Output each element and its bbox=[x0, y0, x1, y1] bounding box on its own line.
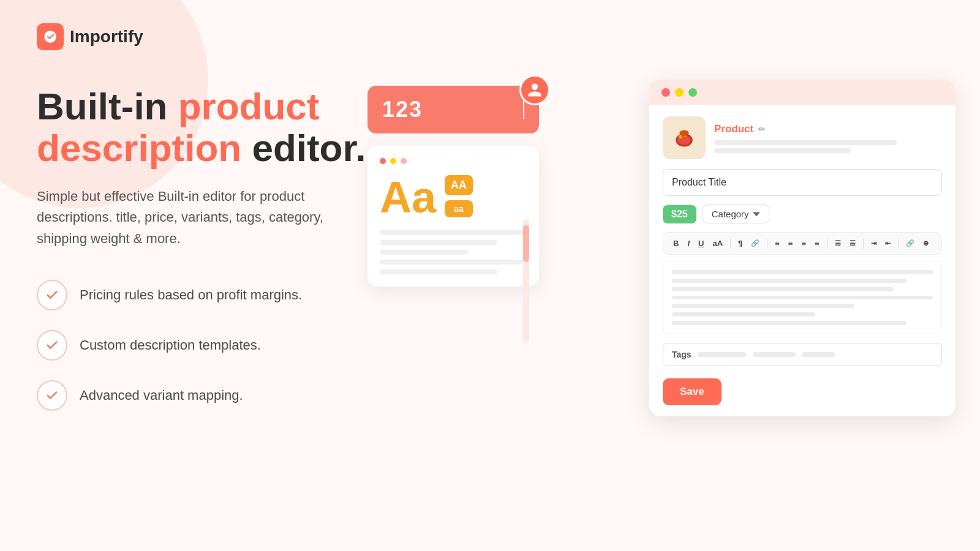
product-info-row: Product ✏ bbox=[663, 116, 942, 159]
tag-2 bbox=[753, 352, 796, 357]
category-label: Category bbox=[712, 209, 749, 219]
font-line-5 bbox=[380, 269, 497, 274]
toolbar-link[interactable]: 🔗 bbox=[748, 238, 762, 249]
editor-line-4 bbox=[672, 296, 933, 300]
toolbar-link2[interactable]: 🔗 bbox=[903, 238, 917, 249]
toolbar-paragraph[interactable]: ¶ bbox=[736, 238, 745, 249]
svg-point-4 bbox=[679, 130, 688, 136]
font-lines bbox=[380, 230, 527, 274]
toolbar-align-left[interactable]: ≡ bbox=[772, 238, 782, 249]
product-label: Product bbox=[714, 123, 753, 135]
tags-label: Tags bbox=[672, 350, 692, 359]
big-aa-text: Aa bbox=[380, 175, 436, 219]
toolbar-italic[interactable]: I bbox=[685, 238, 692, 249]
edit-icon[interactable]: ✏ bbox=[758, 124, 766, 134]
editor-line-1 bbox=[672, 270, 933, 274]
user-avatar-badge bbox=[519, 75, 550, 105]
dot-red bbox=[380, 158, 386, 164]
font-display-area: Aa AA aa bbox=[380, 175, 527, 219]
logo-icon bbox=[37, 23, 64, 50]
toolbar-indent[interactable]: ⇥ bbox=[869, 238, 879, 249]
editor-toolbar: B I U aA ¶ 🔗 ≡ ≡ ≡ ≡ ☰ ☰ ⇥ ⇤ 🔗 ⊕ bbox=[663, 232, 942, 255]
editor-area[interactable] bbox=[663, 261, 942, 334]
product-meta: Product ✏ bbox=[714, 123, 942, 153]
font-card-dots bbox=[380, 158, 527, 164]
feature-text-1: Pricing rules based on profit margins. bbox=[80, 287, 302, 303]
scroll-thumb bbox=[523, 225, 529, 262]
product-image bbox=[670, 124, 698, 152]
headline-part4: editor. bbox=[241, 127, 366, 169]
price-badge[interactable]: $25 bbox=[663, 205, 696, 223]
left-content: Built-in product description editor. Sim… bbox=[37, 86, 392, 411]
category-dropdown[interactable]: Category bbox=[703, 204, 769, 223]
product-thumbnail bbox=[663, 116, 706, 159]
user-icon bbox=[527, 82, 543, 98]
headline: Built-in product description editor. bbox=[37, 86, 392, 169]
price-category-row: $25 Category bbox=[663, 204, 942, 223]
toolbar-underline[interactable]: U bbox=[696, 238, 706, 249]
font-line-3 bbox=[380, 250, 468, 255]
logo-text: Importify bbox=[70, 27, 143, 47]
toolbar-divider-4 bbox=[863, 239, 864, 249]
svg-point-2 bbox=[679, 135, 682, 138]
toolbar-media[interactable]: ⊕ bbox=[921, 238, 931, 249]
toolbar-divider-1 bbox=[730, 239, 731, 249]
font-line-1 bbox=[380, 230, 527, 235]
font-line-2 bbox=[380, 240, 497, 245]
toolbar-aa[interactable]: aA bbox=[710, 238, 725, 249]
number-input-bar: 123 bbox=[368, 86, 539, 133]
tags-row[interactable]: Tags bbox=[663, 343, 942, 366]
toolbar-list-bullet[interactable]: ☰ bbox=[832, 238, 843, 249]
product-label-row: Product ✏ bbox=[714, 123, 942, 135]
toolbar-align-right[interactable]: ≡ bbox=[799, 238, 809, 249]
subtext: Simple but effective Built-in editor for… bbox=[37, 186, 355, 249]
editor-line-3 bbox=[672, 287, 894, 291]
panel-dot-yellow bbox=[675, 88, 684, 97]
dot-pink bbox=[401, 158, 407, 164]
editor-line-5 bbox=[672, 304, 854, 308]
toolbar-divider-3 bbox=[827, 239, 827, 249]
logo-svg bbox=[42, 29, 58, 45]
toolbar-divider-5 bbox=[898, 239, 899, 249]
product-title-field[interactable]: Product Title bbox=[663, 169, 942, 196]
check-icon-2 bbox=[37, 330, 67, 361]
toolbar-outdent[interactable]: ⇤ bbox=[883, 238, 893, 249]
panel-dot-green bbox=[688, 88, 697, 97]
aa-badge-small: aa bbox=[445, 200, 473, 217]
aa-badges: AA aa bbox=[445, 175, 473, 217]
toolbar-list-ordered[interactable]: ☰ bbox=[847, 238, 858, 249]
header: Importify bbox=[37, 23, 143, 50]
feature-item-3: Advanced variant mapping. bbox=[37, 380, 392, 411]
font-card: Aa AA aa bbox=[368, 146, 539, 287]
headline-part2: product bbox=[178, 85, 320, 127]
feature-item-1: Pricing rules based on profit margins. bbox=[37, 280, 392, 310]
toolbar-bold[interactable]: B bbox=[671, 238, 681, 249]
editor-line-6 bbox=[672, 312, 815, 317]
features-list: Pricing rules based on profit margins. C… bbox=[37, 280, 392, 411]
toolbar-align-center[interactable]: ≡ bbox=[786, 238, 796, 249]
meta-line-1 bbox=[714, 140, 897, 145]
editor-line-2 bbox=[672, 279, 907, 283]
cursor-line bbox=[523, 100, 524, 119]
chevron-down-icon bbox=[753, 211, 760, 218]
meta-lines bbox=[714, 140, 942, 153]
check-icon-1 bbox=[37, 280, 67, 310]
panel-dot-red bbox=[662, 88, 670, 97]
toolbar-divider-2 bbox=[767, 239, 767, 249]
dot-yellow bbox=[390, 158, 396, 164]
editor-line-7 bbox=[672, 321, 907, 325]
aa-badge-big: AA bbox=[445, 175, 473, 195]
panel-header bbox=[649, 80, 956, 105]
feature-item-2: Custom description templates. bbox=[37, 330, 392, 361]
center-card: 123 Aa AA aa bbox=[368, 86, 539, 287]
number-display: 123 bbox=[382, 97, 423, 122]
tag-1 bbox=[698, 352, 747, 357]
save-button[interactable]: Save bbox=[663, 378, 722, 405]
font-line-4 bbox=[380, 260, 527, 264]
right-panel: Product ✏ Product Title $25 Category bbox=[649, 80, 956, 416]
headline-part1: Built-in bbox=[37, 85, 178, 127]
toolbar-align-justify[interactable]: ≡ bbox=[812, 238, 822, 249]
check-icon-3 bbox=[37, 380, 67, 411]
feature-text-2: Custom description templates. bbox=[80, 337, 261, 353]
scroll-bar[interactable] bbox=[523, 219, 529, 342]
